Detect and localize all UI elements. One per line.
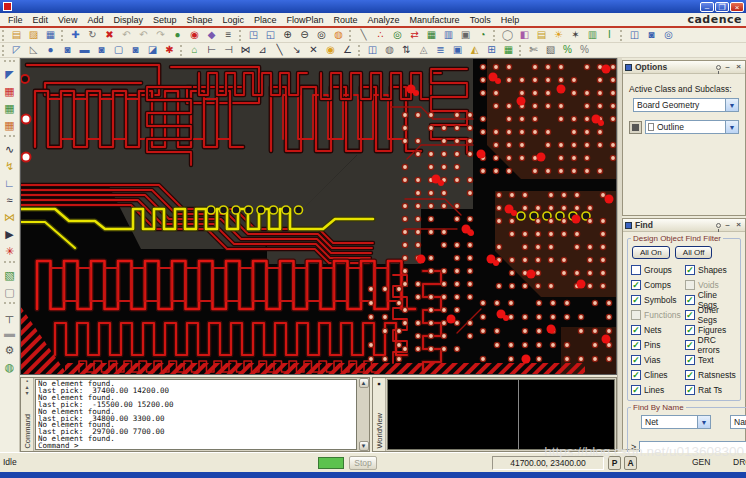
delete-icon[interactable]: ✖ <box>101 28 118 42</box>
menu-view[interactable]: View <box>53 15 82 25</box>
class-select[interactable]: Board Geometry ▼ <box>633 98 739 112</box>
menu-setup[interactable]: Setup <box>148 15 182 25</box>
world-window-icon[interactable]: ◙ <box>643 28 660 42</box>
corner-route-icon[interactable]: ∟ <box>1 174 19 191</box>
cut-icon[interactable]: ✄ <box>525 43 542 57</box>
all-off-button[interactable]: All Off <box>675 246 713 259</box>
shade-tool-icon[interactable]: ◪ <box>144 43 161 57</box>
zoom-out-icon[interactable]: ⊖ <box>296 28 313 42</box>
tri-gold-icon[interactable]: ◭ <box>466 43 483 57</box>
console-down-icon[interactable]: ▾ <box>25 390 28 396</box>
checkbox-icon[interactable]: ✓ <box>685 340 695 350</box>
highlight-sun-icon[interactable]: ☀ <box>550 28 567 42</box>
layers-icon[interactable]: ▤ <box>533 28 550 42</box>
mirror-icon[interactable]: ◍ <box>381 43 398 57</box>
pin-icon[interactable] <box>716 223 721 228</box>
play-route-icon[interactable]: ▶ <box>1 225 19 242</box>
pin-icon[interactable]: ◉ <box>186 28 203 42</box>
burst-red-icon[interactable]: ✳ <box>1 242 19 259</box>
checkbox-icon[interactable]: ✓ <box>685 385 695 395</box>
console-scrollbar[interactable]: ▲ ▼ <box>358 378 369 451</box>
find-mode-select[interactable]: Name ▼ <box>730 415 746 429</box>
redo-icon[interactable]: ↷ <box>152 28 169 42</box>
menu-route[interactable]: Route <box>329 15 363 25</box>
bowtie-icon[interactable]: ⋈ <box>1 208 19 225</box>
swap-icon[interactable]: ⇄ <box>406 28 423 42</box>
extend-left-icon[interactable]: ⊢ <box>203 43 220 57</box>
orange-dot-icon[interactable]: ◉ <box>322 43 339 57</box>
select-arrow-icon[interactable]: ◤ <box>1 65 19 82</box>
round-rect-icon[interactable]: ▢ <box>1 283 19 300</box>
checkbox-icon[interactable]: ✓ <box>685 355 695 365</box>
burst-icon[interactable]: ✶ <box>567 28 584 42</box>
pick-pointer-icon[interactable]: ◺ <box>25 43 42 57</box>
undo-group-icon[interactable]: ↶ <box>135 28 152 42</box>
window-2-icon[interactable]: ◙ <box>93 43 110 57</box>
rows-icon[interactable]: ≣ <box>432 43 449 57</box>
net-wave-icon[interactable]: ∿ <box>1 140 19 157</box>
chevron-down-icon[interactable]: ▼ <box>725 99 738 111</box>
gear-icon[interactable]: ⚙ <box>1 341 19 358</box>
open-folder-icon[interactable]: ▨ <box>25 28 42 42</box>
close-button[interactable]: × <box>730 2 744 12</box>
move-icon[interactable]: ✚ <box>67 28 84 42</box>
checkbox-icon[interactable]: ✓ <box>685 325 695 335</box>
save-icon[interactable]: ▦ <box>42 28 59 42</box>
slash-dim-icon[interactable]: ╲ <box>271 43 288 57</box>
boxed-icon[interactable]: ▣ <box>449 43 466 57</box>
shape-add-icon[interactable]: ● <box>169 28 186 42</box>
checkbox-icon[interactable]: ✓ <box>631 295 641 305</box>
plus-box-icon[interactable]: ⊞ <box>483 43 500 57</box>
percent-1-icon[interactable]: % <box>559 43 576 57</box>
grid-green-icon[interactable]: ▦ <box>1 99 19 116</box>
slide-icon[interactable]: ╲ <box>355 28 372 42</box>
pcb-layout[interactable] <box>21 59 616 374</box>
close-panel-icon[interactable]: × <box>734 221 743 229</box>
maximize-button[interactable]: ❐ <box>715 2 729 12</box>
grid-mix-icon[interactable]: ▦ <box>1 116 19 133</box>
checkbox-icon[interactable]: ✓ <box>685 295 695 305</box>
menu-shape[interactable]: Shape <box>181 15 217 25</box>
filter-vias[interactable]: ✓Vias <box>631 352 683 367</box>
checkbox-icon[interactable]: ✓ <box>685 265 695 275</box>
menu-flowplan[interactable]: FlowPlan <box>282 15 329 25</box>
menu-tools[interactable]: Tools <box>465 15 496 25</box>
clock-icon[interactable]: ◔ <box>474 28 491 42</box>
filter-other-segs[interactable]: ✓Other Segs <box>685 307 737 322</box>
console-output[interactable]: No element found.last pick: 37400.00 142… <box>35 379 357 450</box>
probe-icon[interactable]: I <box>601 28 618 42</box>
shadow-mode-icon[interactable]: ◯ <box>499 28 516 42</box>
copy-2-icon[interactable]: ◫ <box>364 43 381 57</box>
list-icon[interactable]: ≡ <box>220 28 237 42</box>
box-tool-icon[interactable]: ▢ <box>110 43 127 57</box>
checkbox-icon[interactable] <box>685 280 695 290</box>
stop-button[interactable]: Stop <box>349 456 377 470</box>
squiggle-route-icon[interactable]: ≈ <box>1 191 19 208</box>
zoom-in-icon[interactable]: ⊕ <box>279 28 296 42</box>
panel-flat-icon[interactable]: ▬ <box>1 324 19 341</box>
worldview-dock-icon[interactable]: ▪ <box>377 378 380 389</box>
pin-icon[interactable] <box>716 65 721 70</box>
all-on-button[interactable]: All On <box>632 246 670 259</box>
subclass-select[interactable]: Outline ▼ <box>645 120 739 134</box>
filter-lines[interactable]: ✓Lines <box>631 382 683 397</box>
grid-red-icon[interactable]: ▦ <box>1 82 19 99</box>
cross-dim-icon[interactable]: ✕ <box>305 43 322 57</box>
chevron-down-icon[interactable]: ▼ <box>697 416 710 428</box>
filter-functions[interactable]: Functions <box>631 307 683 322</box>
menu-edit[interactable]: Edit <box>28 15 54 25</box>
report-chart-icon[interactable]: ▥ <box>584 28 601 42</box>
menu-analyze[interactable]: Analyze <box>363 15 405 25</box>
close-panel-icon[interactable]: × <box>734 63 743 71</box>
menu-add[interactable]: Add <box>82 15 108 25</box>
minimize-button[interactable]: – <box>700 2 714 12</box>
filter-groups[interactable]: Groups <box>631 262 683 277</box>
tri-up-icon[interactable]: ◬ <box>415 43 432 57</box>
bar-tool-icon[interactable]: ▬ <box>76 43 93 57</box>
collapse-icon[interactable]: – <box>723 221 732 229</box>
layer-cube-icon[interactable]: ◆ <box>203 28 220 42</box>
scroll-up-icon[interactable]: ▲ <box>359 378 369 388</box>
collapse-icon[interactable]: – <box>723 63 732 71</box>
window-1-icon[interactable]: ◙ <box>59 43 76 57</box>
color-palette-icon[interactable]: ◧ <box>516 28 533 42</box>
